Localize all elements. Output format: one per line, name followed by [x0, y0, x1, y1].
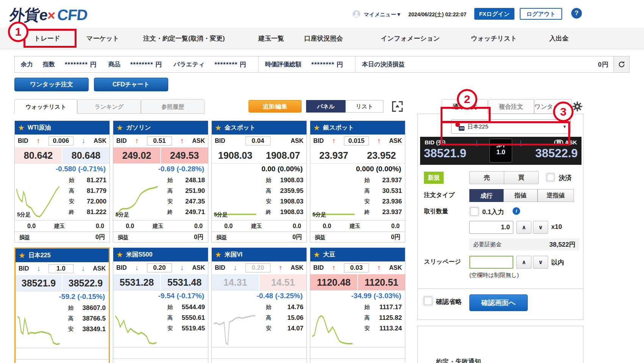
nav-item[interactable]: 口座状況照会	[304, 34, 343, 43]
star-icon[interactable]: ★	[116, 250, 123, 259]
ask-price[interactable]: 1120.51	[358, 274, 405, 290]
ask-price[interactable]: 1908.07	[259, 147, 306, 163]
order-type-stop[interactable]: 逆指値	[538, 189, 574, 202]
nav-item[interactable]: ウォッチリスト	[471, 34, 517, 43]
price-row: 1908.03 1908.07	[212, 147, 306, 163]
bid-price[interactable]: 38521.9	[16, 275, 62, 291]
instrument-card[interactable]: ★ 金スポット BID 0.04 ASK 1908.03 1908.07 0.0…	[211, 120, 307, 243]
panel-view-toggle[interactable]: パネル	[306, 100, 345, 113]
ohlc-row: 始 1908.03	[266, 175, 303, 186]
bid-price[interactable]: 14.31	[212, 274, 259, 290]
skip-confirm-checkbox[interactable]	[424, 297, 432, 305]
qty-step-up-button[interactable]: ∧	[516, 221, 531, 234]
logo-cfd: CFD	[56, 6, 88, 23]
ask-price[interactable]: 80.648	[63, 147, 109, 163]
ohlc-row: 始 248.18	[167, 175, 205, 186]
order-type-limit[interactable]: 指値	[503, 189, 538, 202]
qty-01-checkbox[interactable]	[470, 207, 478, 216]
ohlc-value: 1125.82	[373, 314, 402, 322]
nav-item[interactable]: 注文・約定一覧(取消・変更)	[143, 34, 225, 43]
ohlc-block: 始 1117.17 高 1125.82 安 1113.24	[364, 302, 402, 334]
ohlc-value: 81.222	[78, 208, 106, 216]
instrument-card[interactable]: ★ 日本225 BID 1.0 ASK 38521.9 38522.9 -59.…	[14, 247, 110, 363]
watchlist-tab[interactable]: ランキング	[77, 99, 141, 114]
nav-item[interactable]: 建玉一覧	[258, 34, 284, 43]
nav-item[interactable]: 入出金	[549, 34, 569, 43]
required-margin-row: 必要証拠金 38,522円	[469, 238, 579, 250]
my-menu-dropdown[interactable]: マイメニュー▼	[364, 11, 402, 18]
skip-confirm-label: 確認省略	[436, 297, 462, 306]
top-header: 外貨e×CFD マイメニュー▼ 2024/06/22(土) 02:22:07 F…	[0, 0, 644, 28]
watchlist-tab[interactable]: ウォッチリスト	[14, 99, 77, 114]
position-ask-value: 0.0	[366, 223, 405, 230]
quantity-input[interactable]	[469, 221, 513, 234]
sell-button[interactable]: 売	[469, 171, 504, 184]
bid-price[interactable]: 1120.48	[310, 274, 357, 290]
cfd-chart-button[interactable]: CFDチャート	[94, 78, 168, 91]
ask-price[interactable]: 14.51	[259, 274, 306, 290]
instrument-card[interactable]: ★ 銀スポット BID 0.015 ASK 23.937 23.952 0.00…	[310, 120, 405, 243]
instrument-card[interactable]: ★ WTI原油 BID 0.006 ASK 80.642 80.648 -0.5…	[14, 120, 110, 243]
board-bid-price[interactable]: 38521.9	[424, 147, 466, 160]
help-icon[interactable]: ?	[571, 8, 582, 19]
instrument-card[interactable]: ★ 米国S500 BID 0.20 ASK 5531.28 5531.48 -9…	[113, 247, 208, 363]
sparkline-chart	[114, 312, 159, 345]
qty-step-down-button[interactable]: ∨	[533, 221, 548, 234]
ask-price[interactable]: 38522.9	[63, 275, 109, 291]
bid-price[interactable]: 1908.03	[212, 147, 259, 163]
instrument-card[interactable]: ★ 米国VI BID 0.20 ASK 14.31 14.51 -0.48 (-…	[211, 247, 307, 363]
nav-item[interactable]: インフォメーション	[381, 34, 440, 43]
bid-trend-arrow-icon	[34, 137, 42, 145]
watchlist-tab[interactable]: 参照履歴	[141, 99, 205, 114]
notification-section-title: 約定・失敗通知	[436, 357, 481, 363]
star-icon[interactable]: ★	[215, 123, 222, 132]
instrument-card[interactable]: ★ ガソリン BID 0.51 ASK 249.02 249.53 -0.69 …	[113, 120, 208, 243]
user-avatar-icon	[352, 10, 361, 18]
bid-price[interactable]: 5531.28	[113, 274, 160, 290]
close-position-checkbox[interactable]	[547, 174, 554, 181]
timeframe-label: 5分足	[214, 211, 228, 218]
board-ask-price[interactable]: 38522.9	[535, 147, 578, 160]
bid-ask-row: BID 0.015 ASK	[310, 135, 405, 147]
ask-price[interactable]: 23.952	[358, 147, 405, 163]
star-icon[interactable]: ★	[18, 123, 25, 132]
profit-loss-row: 損益 0円	[15, 232, 109, 243]
change-value: -34.99 (-3.03%)	[310, 291, 405, 300]
instrument-card[interactable]: ★ 大豆 BID 0.03 ASK 1120.48 1120.51 -34.99…	[310, 247, 405, 363]
ohlc-value: 14.76	[275, 304, 303, 311]
bid-price[interactable]: 80.642	[15, 147, 62, 163]
ohlc-block: 始 81.271 高 81.779 安 72.000	[69, 175, 106, 217]
bid-price[interactable]: 249.02	[113, 147, 160, 163]
star-icon[interactable]: ★	[215, 250, 222, 259]
confirm-screen-button[interactable]: 確認画面へ	[469, 294, 528, 311]
price-row: 80.642 80.648	[15, 147, 109, 163]
list-view-toggle[interactable]: リスト	[345, 100, 383, 113]
bid-trend-arrow-icon	[133, 264, 141, 272]
gear-icon[interactable]	[572, 101, 583, 112]
order-type-market[interactable]: 成行	[469, 189, 503, 202]
ohlc-value: 251.90	[176, 187, 205, 195]
spread-value: 1.0	[48, 264, 73, 273]
refresh-button[interactable]	[613, 56, 629, 72]
slippage-input[interactable]	[469, 256, 513, 269]
nav-item[interactable]: マーケット	[86, 34, 119, 43]
star-icon[interactable]: ★	[313, 123, 320, 132]
ask-price[interactable]: 249.53	[161, 147, 208, 163]
slippage-step-up-button[interactable]: ∧	[516, 256, 531, 269]
add-edit-button[interactable]: 追加/編集	[249, 100, 302, 113]
logout-button[interactable]: ログアウト	[520, 8, 562, 20]
buy-button[interactable]: 買	[504, 171, 539, 184]
star-icon[interactable]: ★	[19, 251, 25, 260]
info-icon[interactable]: i	[513, 207, 520, 215]
order-panel-tab[interactable]: 複合注文	[488, 99, 534, 114]
sparkline-path	[17, 316, 59, 344]
ask-price[interactable]: 5531.48	[161, 274, 208, 290]
star-icon[interactable]: ★	[313, 250, 320, 259]
slippage-step-down-button[interactable]: ∨	[533, 256, 548, 269]
fx-login-button[interactable]: FXログイン	[474, 8, 514, 20]
expand-icon[interactable]	[392, 101, 403, 112]
ohlc-value: 30.531	[373, 187, 402, 195]
one-touch-order-button[interactable]: ワンタッチ注文	[14, 78, 89, 91]
star-icon[interactable]: ★	[116, 123, 123, 132]
bid-price[interactable]: 23.937	[310, 147, 357, 163]
